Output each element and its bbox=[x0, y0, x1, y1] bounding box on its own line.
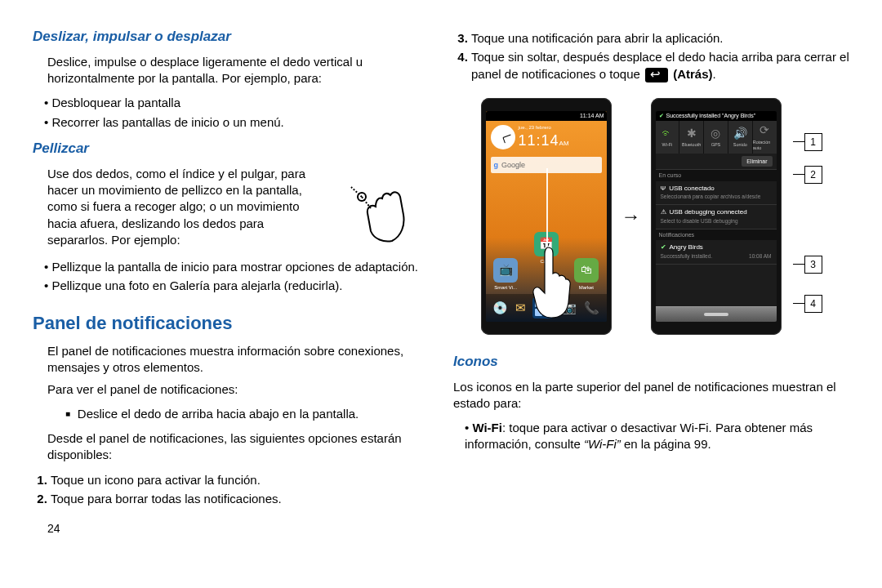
heading-pinch: Pellizcar bbox=[33, 140, 429, 158]
dock-icon-phone: 📞 bbox=[584, 300, 599, 316]
toggle-label-bluetooth: Bluetooth bbox=[682, 142, 701, 148]
toggle-label-sound: Sonido bbox=[733, 142, 747, 148]
panel-drag-handle bbox=[656, 306, 777, 322]
notification-angry-birds: ✔Angry Birds Successfully installed.10:0… bbox=[656, 240, 777, 265]
n3-title: Angry Birds bbox=[670, 243, 703, 252]
toggle-rotation: ⟳Rotación auto bbox=[753, 121, 777, 154]
analog-clock-icon bbox=[491, 125, 515, 149]
n3-time: 10:08 AM bbox=[749, 253, 771, 261]
step-4-text-c: . bbox=[713, 67, 716, 81]
slide-bullets: Desbloquear la pantalla Recorrer las pan… bbox=[33, 92, 429, 133]
step-4: Toque sin soltar, después desplace el de… bbox=[471, 49, 849, 82]
n2-sub: Select to disable USB debugging bbox=[661, 218, 772, 225]
wifi-bullet: Wi-Fi: toque para activar o desactivar W… bbox=[465, 420, 849, 453]
smartview-label: Smart Vi... bbox=[493, 284, 518, 291]
back-icon bbox=[645, 68, 668, 82]
step-2: Toque para borrar todas las notificacion… bbox=[51, 491, 429, 507]
clear-notifications-button: Eliminar bbox=[742, 156, 772, 167]
check-icon: ✔ bbox=[659, 112, 664, 119]
pinch-hand-illustration bbox=[339, 163, 429, 253]
n2-title: USB debugging connected bbox=[670, 208, 747, 217]
callout-1: 1 bbox=[804, 133, 822, 151]
notif-statusbar: ✔ Successfully installed "Angry Birds" bbox=[656, 111, 777, 121]
toggle-sound: 🔊Sonido bbox=[728, 121, 753, 154]
callout-numbers: 1 2 3 4 bbox=[793, 120, 822, 313]
n1-title: USB conectado bbox=[669, 185, 715, 194]
panel-squarebullet: Deslice el dedo de arriba hacia abajo en… bbox=[65, 406, 429, 422]
heading-iconos: Iconos bbox=[453, 353, 849, 372]
phone-notification-panel: ✔ Successfully installed "Angry Birds" ᯤ… bbox=[651, 98, 782, 335]
pinch-bullet-1: Pellizque la pantalla de inicio para mos… bbox=[44, 259, 429, 275]
market-app-icon: 🛍 bbox=[574, 258, 599, 283]
pinch-bullets: Pellizque la pantalla de inicio para mos… bbox=[33, 256, 429, 297]
text-panel-1: El panel de notificaciones muestra infor… bbox=[47, 343, 429, 376]
wifi-reference: “Wi-Fi” bbox=[584, 437, 621, 451]
text-slide: Deslice, impulse o desplace ligeramente … bbox=[47, 54, 429, 87]
panel-steps-right: Toque una notificación para abrir la apl… bbox=[453, 28, 849, 85]
notification-usb-connected: ΨUSB conectado Seleccionará para copiar … bbox=[656, 181, 777, 206]
heading-slide: Deslizar, impulsar o desplazar bbox=[33, 28, 429, 47]
step-1: Toque un icono para activar la función. bbox=[51, 472, 429, 488]
toggle-label-wifi: Wi-Fi bbox=[662, 142, 672, 148]
step-4-text-b: (Atrás) bbox=[673, 67, 712, 81]
home-time: 11:14 bbox=[519, 132, 559, 149]
wifi-page-ref: en la página 99. bbox=[621, 437, 711, 451]
iconos-bullets: Wi-Fi: toque para activar o desactivar W… bbox=[453, 417, 849, 456]
toggle-wifi: ᯤWi-Fi bbox=[656, 121, 680, 154]
page-number: 24 bbox=[47, 513, 429, 537]
notification-usb-debug: ⚠USB debugging connected Select to disab… bbox=[656, 205, 777, 229]
home-date: jue., 23 febrero bbox=[519, 124, 569, 131]
smartview-app-icon: 📺 bbox=[493, 258, 518, 283]
text-panel-3: Desde el panel de notificaciones, las si… bbox=[47, 430, 429, 464]
toggle-label-gps: GPS bbox=[711, 142, 721, 148]
slide-bullet-2: Recorrer las pantallas de inicio o un me… bbox=[44, 114, 429, 131]
toggle-label-rotation: Rotación auto bbox=[753, 140, 777, 152]
notif-status-msg: Successfully installed "Angry Birds" bbox=[666, 112, 756, 119]
step-3: Toque una notificación para abrir la apl… bbox=[471, 30, 849, 47]
wifi-icon: ᯤ bbox=[662, 126, 673, 141]
phones-illustration: 11:14 AM jue., 23 febrero 11:14AM g bbox=[453, 98, 849, 335]
home-ampm: AM bbox=[559, 140, 569, 147]
app-check-icon: ✔ bbox=[661, 243, 666, 252]
slide-bullet-1: Desbloquear la pantalla bbox=[44, 95, 429, 111]
heading-notif-panel: Panel de notificaciones bbox=[33, 311, 429, 336]
google-g-icon: g bbox=[494, 160, 499, 170]
debug-icon: ⚠ bbox=[661, 208, 666, 217]
panel-steps-left: Toque un icono para activar la función. … bbox=[33, 470, 429, 510]
right-column: Toque una notificación para abrir la apl… bbox=[453, 24, 849, 523]
wifi-label: Wi-Fi bbox=[472, 421, 502, 434]
toggle-gps: ◎GPS bbox=[704, 121, 728, 154]
callout-2: 2 bbox=[804, 166, 822, 184]
text-pinch: Use dos dedos, como el índice y el pulga… bbox=[47, 166, 327, 248]
sound-icon: 🔊 bbox=[733, 126, 747, 141]
text-iconos: Los iconos en la parte superior del pane… bbox=[453, 379, 849, 412]
phone-home: 11:14 AM jue., 23 febrero 11:14AM g bbox=[481, 98, 612, 335]
rotation-icon: ⟳ bbox=[760, 122, 769, 138]
callout-4: 4 bbox=[804, 295, 822, 313]
home-statusbar: 11:14 AM bbox=[486, 111, 607, 121]
callout-3: 3 bbox=[804, 256, 822, 274]
dock-icon-music: 💿 bbox=[492, 300, 508, 316]
quick-toggles-row: ᯤWi-Fi✱Bluetooth◎GPS🔊Sonido⟳Rotación aut… bbox=[656, 121, 777, 154]
bluetooth-icon: ✱ bbox=[687, 126, 697, 141]
left-column: Deslizar, impulsar o desplazar Deslice, … bbox=[33, 24, 429, 523]
swipe-down-gesture bbox=[522, 168, 571, 319]
gps-icon: ◎ bbox=[710, 126, 720, 141]
n3-sub: Successfully installed. bbox=[661, 253, 713, 261]
section-ongoing: En curso bbox=[656, 170, 777, 180]
usb-icon: Ψ bbox=[661, 185, 666, 194]
market-label: Market bbox=[574, 284, 599, 291]
toggle-bluetooth: ✱Bluetooth bbox=[679, 121, 704, 154]
panel-instruction: Deslice el dedo de arriba hacia abajo en… bbox=[47, 403, 429, 425]
section-notifications: Notificaciones bbox=[656, 229, 777, 240]
home-status-time: 11:14 AM bbox=[580, 112, 604, 119]
n1-sub: Seleccionará para copiar archivos a/desd… bbox=[661, 194, 772, 201]
pinch-bullet-2: Pellizque una foto en Galería para aleja… bbox=[44, 278, 429, 294]
arrow-right-icon: → bbox=[621, 203, 641, 229]
text-panel-2: Para ver el panel de notificaciones: bbox=[47, 381, 429, 398]
